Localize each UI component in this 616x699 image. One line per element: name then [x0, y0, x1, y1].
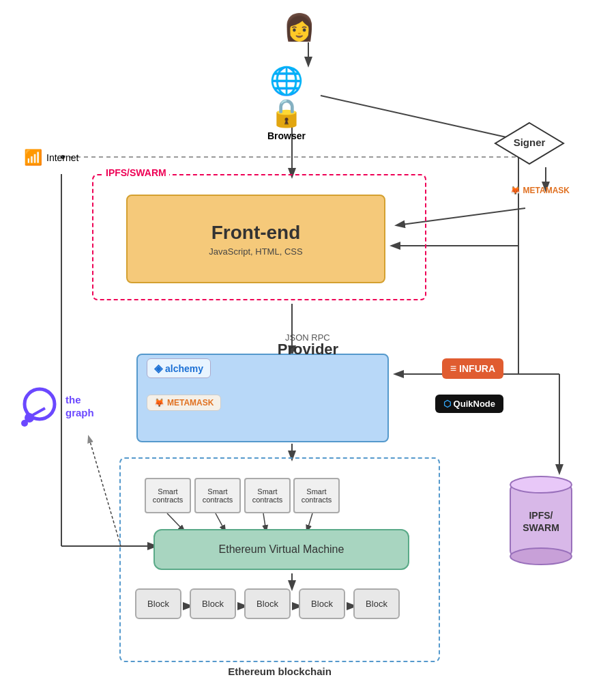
block-1: Block: [135, 588, 181, 619]
user-icon: 👩: [283, 12, 315, 42]
svg-point-37: [510, 548, 572, 565]
browser-icon: 🌐🔒: [259, 65, 314, 129]
frontend-title: Front-end: [211, 222, 301, 244]
frontend-box: Front-end JavaScript, HTML, CSS: [126, 195, 385, 283]
infura-logo: ≡ INFURA: [442, 358, 503, 379]
thegraph-label: thegraph: [65, 393, 94, 420]
smart-contract-3: Smart contracts: [244, 478, 291, 513]
svg-line-5: [321, 96, 518, 140]
evm-box: Ethereum Virtual Machine: [153, 529, 409, 570]
internet-label: Internet: [46, 152, 78, 163]
quiknode-logo: ⬡ QuikNode: [435, 395, 503, 413]
block-5: Block: [353, 588, 400, 619]
internet-area: 📶 Internet: [24, 149, 78, 167]
svg-point-36: [510, 476, 572, 493]
architecture-diagram: 👩 🌐🔒 Browser 📶 Internet Signer 🦊 METAMAS…: [0, 0, 616, 699]
ipfs-cylinder: IPFS/ SWARM: [503, 471, 578, 570]
signer-area: Signer: [492, 119, 567, 170]
svg-text:IPFS/: IPFS/: [529, 510, 553, 521]
browser-box: 🌐🔒 Browser: [259, 65, 314, 141]
signer-diamond-svg: Signer: [492, 119, 567, 167]
frontend-subtitle: JavaScript, HTML, CSS: [209, 246, 302, 257]
ipfs-swarm-title: IPFS/SWARM: [103, 167, 169, 178]
svg-text:SWARM: SWARM: [523, 522, 559, 533]
svg-text:Signer: Signer: [514, 137, 546, 148]
block-4: Block: [299, 588, 345, 619]
ethereum-blockchain-label: Ethereum blockchain: [228, 666, 332, 677]
ipfs-cylinder-svg: IPFS/ SWARM: [503, 471, 578, 570]
provider-label: Provider: [278, 341, 338, 358]
svg-line-24: [89, 437, 121, 546]
thegraph-area: thegraph: [19, 382, 94, 430]
wifi-icon: 📶: [24, 149, 42, 167]
browser-label: Browser: [259, 130, 314, 141]
smart-contract-4: Smart contracts: [293, 478, 340, 513]
metamask-fox-icon: 🦊: [510, 186, 520, 195]
thegraph-icon: [19, 382, 60, 430]
block-3: Block: [244, 588, 291, 619]
alchemy-logo: ◈ alchemy: [147, 358, 211, 378]
metamask-provider-logo: 🦊 METAMASK: [147, 395, 221, 411]
block-2: Block: [190, 588, 236, 619]
smart-contract-2: Smart contracts: [194, 478, 241, 513]
metamask-signer-label: 🦊 METAMASK: [510, 186, 570, 195]
smart-contract-1: Smart contracts: [145, 478, 191, 513]
metamask-label: METAMASK: [523, 186, 570, 195]
svg-line-32: [33, 408, 45, 415]
